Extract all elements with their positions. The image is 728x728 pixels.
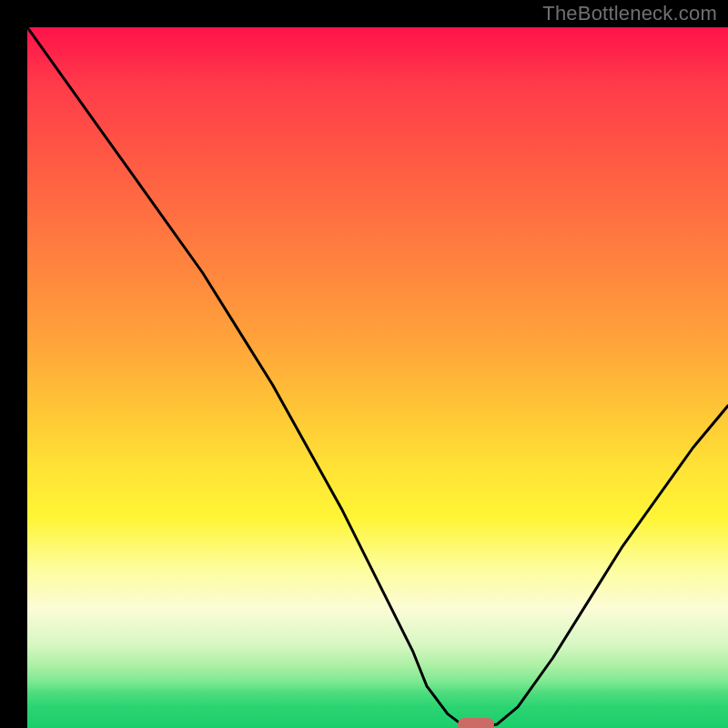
optimal-marker — [458, 718, 494, 728]
chart-frame: TheBottleneck.com — [0, 0, 728, 728]
attribution-text: TheBottleneck.com — [542, 2, 717, 25]
bottleneck-curve — [27, 27, 728, 728]
plot-gradient-area — [27, 27, 728, 728]
